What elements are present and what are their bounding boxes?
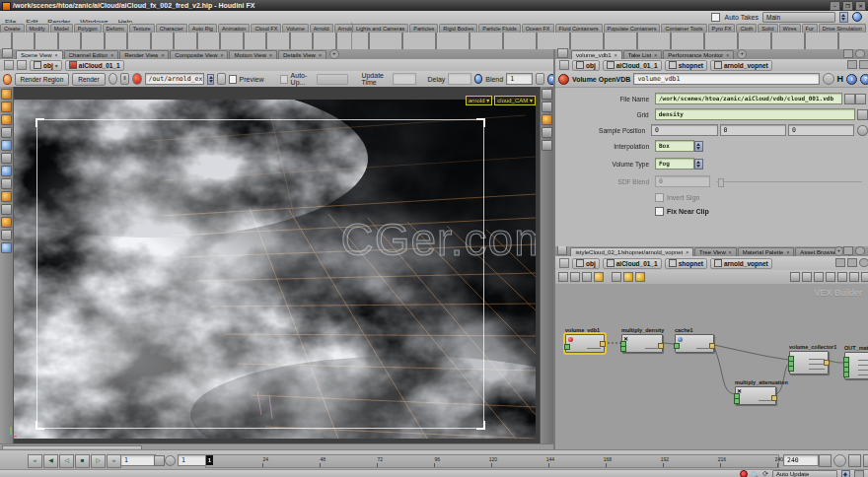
path-crumb[interactable]: aiCloud_01_1 xyxy=(603,258,662,269)
transport-button[interactable]: ◁ xyxy=(59,454,74,468)
path-crumb[interactable]: arnold_vopnet xyxy=(710,60,772,71)
pane-tab[interactable]: istyleCloud_02_1/shopnet/arnold_vopnet× xyxy=(570,247,693,256)
shelf-tool[interactable]: File xyxy=(278,33,302,49)
shelf-tab[interactable]: Character xyxy=(156,24,187,33)
shelf-tool[interactable]: Ambient L... xyxy=(755,33,788,49)
shelf-tool[interactable]: Point Light xyxy=(386,33,419,49)
auto-update-mode-select[interactable]: Auto Update xyxy=(772,470,837,477)
loop-icon[interactable] xyxy=(848,454,861,467)
viewport-tool-icon[interactable] xyxy=(1,89,12,100)
sample-x-field[interactable]: 0 xyxy=(651,124,717,136)
shelf-tool[interactable]: Camera xyxy=(352,33,386,49)
pane-tab[interactable]: Details View× xyxy=(278,50,326,59)
output-stepper[interactable] xyxy=(207,74,214,85)
key-icon[interactable] xyxy=(165,455,176,466)
shelf-tab[interactable]: Polygon xyxy=(74,24,102,33)
shelf-tab[interactable]: Container Tools xyxy=(661,24,706,33)
render-viewport[interactable]: CGer.com xyxy=(0,87,553,443)
shelf-tool[interactable]: Portal Li... xyxy=(721,33,755,49)
volume-type-select[interactable]: Fog xyxy=(655,158,694,170)
tab-close-icon[interactable]: × xyxy=(161,52,164,58)
shelf-tool[interactable]: Spot Light xyxy=(419,33,453,49)
shelf-tool[interactable]: L-System xyxy=(139,33,163,49)
shelf-tool[interactable]: Sky Light xyxy=(620,33,654,49)
new-tab-button[interactable]: + xyxy=(737,49,747,59)
template-flag-icon[interactable] xyxy=(582,272,592,282)
connect-icon[interactable] xyxy=(790,272,800,282)
pin-icon[interactable] xyxy=(559,258,569,268)
network-box-icon[interactable] xyxy=(635,272,645,282)
houdini-globe-icon[interactable] xyxy=(852,12,862,22)
tab-close-icon[interactable]: × xyxy=(729,249,732,255)
layout-icon[interactable] xyxy=(814,272,824,282)
shelf-tab[interactable]: Volume xyxy=(282,24,308,33)
pane-options-icon[interactable] xyxy=(855,49,865,58)
shelf-tool[interactable]: Rivet xyxy=(325,33,348,49)
shelf-tab[interactable]: Animation xyxy=(218,24,250,33)
shelf-tool[interactable]: Torus xyxy=(70,33,94,49)
path-crumb[interactable]: arnold_vopnet xyxy=(710,258,772,269)
realtime-toggle-icon[interactable] xyxy=(833,454,846,467)
shelf-tool[interactable]: Geometry... xyxy=(486,33,520,49)
pane-tab[interactable]: Scene View× xyxy=(16,50,63,59)
shelf-tab[interactable]: Model xyxy=(50,24,73,33)
pin-icon[interactable] xyxy=(4,60,14,70)
pane-options-icon[interactable] xyxy=(855,246,865,255)
playback-options-icon[interactable] xyxy=(819,454,832,467)
file-name-field[interactable]: /work/scenes/htoa/zanic/aiCloud/vdb/clou… xyxy=(655,93,842,104)
shelf-tool[interactable]: Font xyxy=(255,33,279,49)
path-crumb[interactable]: aiCloud_01_1 xyxy=(603,60,662,71)
shelf-tool[interactable]: Circle xyxy=(232,33,255,49)
node-name-field[interactable]: volume_vdb1 xyxy=(633,73,819,85)
tab-close-icon[interactable]: × xyxy=(615,52,617,58)
shelf-tool[interactable]: Stereo Ca... xyxy=(788,33,822,49)
render-button[interactable]: Render xyxy=(72,73,105,86)
shape-palette-icon[interactable] xyxy=(623,272,633,282)
viewport-tool-icon[interactable] xyxy=(542,114,552,125)
path-crumb[interactable]: obj xyxy=(572,258,600,269)
new-tab-button[interactable]: + xyxy=(329,49,339,59)
transport-button[interactable]: » xyxy=(107,454,121,468)
input-pin[interactable] xyxy=(674,343,680,349)
viewport-tool-icon[interactable] xyxy=(1,166,12,176)
update-mode-stepper[interactable] xyxy=(841,470,850,477)
interpolation-stepper[interactable] xyxy=(694,141,703,152)
auto-takes-checkbox[interactable] xyxy=(711,13,720,22)
interrupt-icon[interactable] xyxy=(740,470,748,477)
pane-tab[interactable]: Render View× xyxy=(119,50,169,59)
pane-tab[interactable]: Channel Editor× xyxy=(64,50,119,59)
tab-close-icon[interactable]: × xyxy=(110,52,113,58)
viewport-tool-icon[interactable] xyxy=(1,140,12,151)
shelf-tool[interactable]: Tube xyxy=(46,33,70,49)
network-canvas[interactable]: VEX Builder volume_vdb1 multipl xyxy=(555,284,868,449)
search-field[interactable] xyxy=(835,258,845,267)
timeline-ruler[interactable]: 24487296120144168192216240 xyxy=(205,454,779,468)
tab-close-icon[interactable]: × xyxy=(319,52,322,58)
node-multiply-density[interactable]: multiply_density ✕ xyxy=(621,327,663,353)
tab-close-icon[interactable]: × xyxy=(726,52,729,58)
help-icon[interactable] xyxy=(859,258,868,267)
viewport-tool-icon[interactable] xyxy=(1,191,12,202)
file-browser-icon[interactable] xyxy=(855,94,866,104)
tab-close-icon[interactable]: × xyxy=(686,249,688,255)
tab-close-icon[interactable]: × xyxy=(55,52,58,58)
camera-label[interactable]: cloud_CAM ▾ xyxy=(494,96,536,105)
shelf-tab[interactable]: Particles xyxy=(409,24,438,33)
shelf-tab[interactable]: Create xyxy=(0,24,25,33)
help-icon[interactable]: ? xyxy=(860,74,868,85)
pane-menu-icon[interactable] xyxy=(557,48,568,58)
viewport-tool-icon[interactable] xyxy=(542,89,552,100)
shelf-tab[interactable]: Modify xyxy=(26,24,49,33)
shelf-tab[interactable]: Drive Simulation xyxy=(819,24,866,33)
recook-icon[interactable] xyxy=(823,73,834,85)
pane-tab[interactable]: Tree View× xyxy=(694,247,737,256)
shelf-tab[interactable]: Auto Rig xyxy=(188,24,217,33)
context-crumb[interactable]: obj▾ xyxy=(30,60,62,71)
compare-icon[interactable] xyxy=(536,73,544,85)
link-icon[interactable] xyxy=(17,60,27,70)
snapshot-icon[interactable] xyxy=(217,73,226,85)
take-stepper[interactable] xyxy=(839,12,848,23)
node-volume-vdb1[interactable]: volume_vdb1 xyxy=(565,327,605,353)
info-icon[interactable]: i xyxy=(846,74,857,85)
shelf-tab[interactable]: Deform xyxy=(103,24,128,33)
